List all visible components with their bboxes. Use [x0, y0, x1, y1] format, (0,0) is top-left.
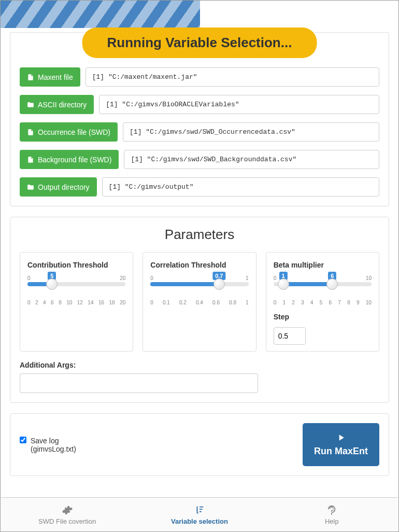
slider-thumb[interactable] [46, 278, 58, 290]
step-label: Step [274, 313, 372, 321]
nav-swd-label: SWD File covertion [38, 517, 96, 525]
slider-thumb[interactable] [213, 278, 225, 290]
background-file-path: [1] "C:/gimvs/swd/SWD_Backgrounddata.csv… [124, 150, 379, 169]
header-stripe [1, 1, 200, 28]
step-input[interactable] [274, 327, 306, 345]
contribution-ticks: 02468101214161820 [27, 300, 125, 305]
status-toast: Running Variable Selection... [82, 27, 317, 58]
ascii-dir-button[interactable]: ASCII directory [20, 95, 94, 114]
nav-swd-file-conversion[interactable]: SWD File covertion [1, 498, 133, 531]
occurrence-file-label: Occurrence file (SWD) [38, 128, 110, 136]
additional-args-input[interactable] [20, 373, 258, 393]
correlation-slider[interactable]: 0.7 [150, 282, 248, 296]
question-icon [326, 505, 337, 516]
save-log-label: Save log [31, 437, 59, 445]
beta-ticks: 012345678910 [274, 300, 372, 305]
run-maxent-label: Run MaxEnt [314, 446, 368, 457]
contribution-threshold-card: Contribution Threshold 0 20 5 0246810121… [20, 252, 133, 352]
output-dir-label: Output directory [38, 183, 90, 191]
save-log-checkbox-wrap[interactable]: Save log (gimvsLog.txt) [20, 437, 76, 453]
file-icon [27, 74, 34, 81]
directories-files-panel: Running Variable Selection... Directorie… [10, 32, 389, 206]
output-dir-path: [1] "C:/gimvs/output" [102, 177, 379, 197]
ascii-dir-path: [1] "C:/gimvs/BioORACLEVariables" [99, 95, 379, 114]
file-icon [27, 156, 34, 163]
occurrence-file-path: [1] "C:/gimvs/swd/SWD_Occurrencedata.csv… [123, 122, 379, 142]
correlation-min: 0 [150, 275, 153, 281]
file-icon [27, 129, 34, 136]
contribution-max: 20 [120, 275, 125, 281]
contribution-slider[interactable]: 5 [27, 282, 125, 296]
save-log-checkbox[interactable] [20, 437, 26, 443]
sort-down-icon [194, 505, 205, 516]
folder-open-icon [27, 101, 34, 108]
bottom-nav: SWD File covertion Variable selection He… [1, 497, 398, 531]
contribution-label: Contribution Threshold [27, 261, 125, 269]
nav-help-label: Help [325, 517, 339, 525]
maxent-file-label: Maxent file [38, 73, 73, 81]
output-dir-button[interactable]: Output directory [20, 177, 97, 197]
maxent-file-button[interactable]: Maxent file [20, 67, 80, 87]
gears-icon [62, 505, 73, 516]
run-maxent-button[interactable]: Run MaxEnt [303, 423, 379, 466]
play-icon [336, 432, 346, 443]
correlation-max: 1 [246, 275, 249, 281]
parameters-panel: Parameters Contribution Threshold 0 20 5 [10, 217, 389, 403]
slider-thumb-low[interactable] [278, 278, 289, 290]
additional-args-label: Additional Args: [20, 361, 379, 369]
correlation-threshold-card: Correlation Threshold 0 1 0.7 00.10.20.4… [142, 252, 256, 352]
beta-slider[interactable]: 1 6 [274, 282, 372, 296]
parameters-title: Parameters [20, 227, 379, 243]
maxent-file-path: [1] "C:/maxent/maxent.jar" [86, 67, 379, 87]
nav-variable-selection[interactable]: Variable selection [133, 498, 265, 531]
correlation-ticks: 00.10.20.40.60.81 [150, 300, 248, 305]
save-log-file: (gimvsLog.txt) [31, 445, 76, 453]
run-panel: Save log (gimvsLog.txt) Run MaxEnt [10, 413, 389, 476]
svg-point-0 [331, 513, 332, 514]
correlation-label: Correlation Threshold [150, 261, 248, 269]
nav-help[interactable]: Help [266, 498, 398, 531]
contribution-min: 0 [27, 275, 31, 281]
background-file-label: Background file (SWD) [38, 156, 111, 164]
beta-multiplier-card: Beta multiplier 0 10 1 6 012345678910 [266, 252, 379, 352]
beta-min: 0 [274, 275, 277, 281]
nav-variable-label: Variable selection [171, 517, 228, 525]
occurrence-file-button[interactable]: Occurrence file (SWD) [20, 122, 118, 142]
ascii-dir-label: ASCII directory [38, 101, 87, 109]
slider-thumb-high[interactable] [326, 278, 338, 290]
beta-label: Beta multiplier [274, 261, 372, 269]
beta-max: 10 [366, 275, 372, 281]
folder-open-icon [27, 184, 34, 191]
background-file-button[interactable]: Background file (SWD) [20, 150, 119, 169]
